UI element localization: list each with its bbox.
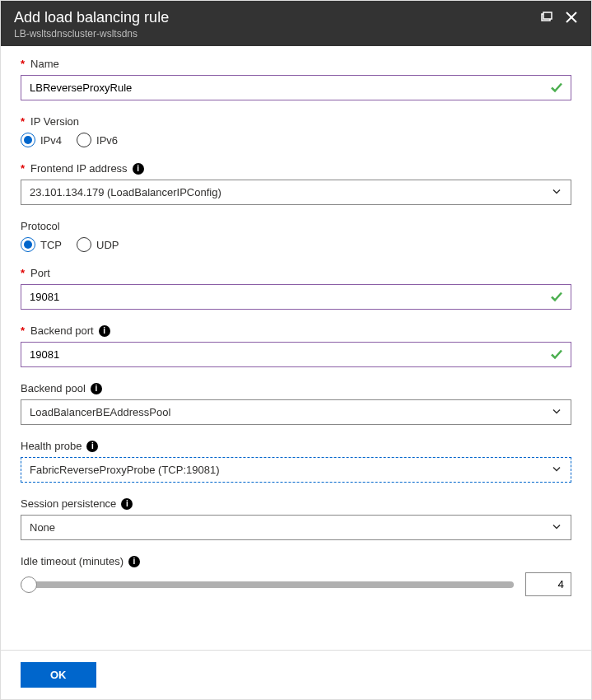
port-label: Port	[30, 267, 50, 279]
session-persistence-label: Session persistence	[21, 497, 116, 510]
info-icon[interactable]: i	[99, 325, 110, 337]
required-marker: *	[21, 162, 25, 175]
ip-version-label: IP Version	[30, 115, 79, 128]
field-protocol: Protocol TCP UDP	[21, 220, 571, 252]
form-content: * Name * IP Version IPv4	[1, 46, 591, 650]
field-backend-port: * Backend port i	[21, 324, 571, 367]
required-marker: *	[21, 115, 25, 128]
check-icon	[550, 347, 563, 362]
check-icon	[550, 289, 563, 305]
backend-pool-select[interactable]: LoadBalancerBEAddressPool	[21, 399, 571, 425]
field-frontend-ip: * Frontend IP address i 23.101.134.179 (…	[21, 162, 571, 205]
field-port: * Port	[21, 267, 571, 310]
info-icon[interactable]: i	[91, 383, 102, 394]
port-input[interactable]	[21, 284, 571, 310]
blade-header: Add load balancing rule LB-wsltsdnsclust…	[1, 1, 591, 46]
info-icon[interactable]: i	[128, 556, 140, 567]
protocol-label: Protocol	[21, 220, 60, 232]
blade-footer: OK	[1, 650, 591, 699]
blade-subtitle: LB-wsltsdnscluster-wsltsdns	[14, 28, 169, 40]
field-backend-pool: Backend pool i LoadBalancerBEAddressPool	[21, 382, 571, 425]
radio-tcp-label: TCP	[40, 239, 62, 251]
slider-thumb[interactable]	[21, 576, 37, 593]
info-icon[interactable]: i	[121, 498, 133, 510]
info-icon[interactable]: i	[133, 163, 144, 175]
frontend-ip-label: Frontend IP address	[30, 162, 128, 175]
health-probe-label: Health probe	[21, 440, 82, 452]
radio-ipv6-label: IPv6	[96, 134, 118, 147]
required-marker: *	[21, 58, 25, 70]
field-ip-version: * IP Version IPv4 IPv6	[21, 115, 571, 147]
frontend-ip-select[interactable]: 23.101.134.179 (LoadBalancerIPConfig)	[21, 180, 571, 205]
svg-rect-1	[543, 12, 552, 19]
field-idle-timeout: Idle timeout (minutes) i	[21, 555, 571, 596]
health-probe-select[interactable]: FabricReverseProxyProbe (TCP:19081)	[21, 457, 571, 483]
radio-tcp[interactable]: TCP	[21, 237, 62, 252]
required-marker: *	[21, 324, 25, 337]
info-icon[interactable]: i	[86, 441, 98, 452]
backend-port-label: Backend port	[30, 324, 94, 337]
close-icon[interactable]	[565, 11, 578, 26]
session-persistence-select[interactable]: None	[21, 515, 571, 540]
radio-udp[interactable]: UDP	[77, 237, 119, 252]
idle-timeout-slider[interactable]	[21, 581, 514, 588]
radio-ipv4[interactable]: IPv4	[21, 133, 62, 147]
idle-timeout-value[interactable]	[525, 572, 571, 596]
blade-title: Add load balancing rule	[14, 9, 169, 26]
ok-button[interactable]: OK	[21, 662, 96, 688]
backend-port-input[interactable]	[21, 342, 571, 367]
name-input[interactable]	[21, 75, 571, 100]
name-label: Name	[30, 58, 59, 70]
radio-ipv4-label: IPv4	[40, 134, 62, 147]
restore-icon[interactable]	[540, 11, 553, 26]
radio-udp-label: UDP	[96, 239, 119, 251]
idle-timeout-label: Idle timeout (minutes)	[21, 555, 124, 567]
field-session-persistence: Session persistence i None	[21, 497, 571, 540]
field-name: * Name	[21, 58, 571, 100]
check-icon	[550, 80, 563, 96]
required-marker: *	[21, 267, 25, 279]
radio-ipv6[interactable]: IPv6	[77, 133, 118, 147]
field-health-probe: Health probe i FabricReverseProxyProbe (…	[21, 440, 571, 483]
backend-pool-label: Backend pool	[21, 382, 86, 394]
